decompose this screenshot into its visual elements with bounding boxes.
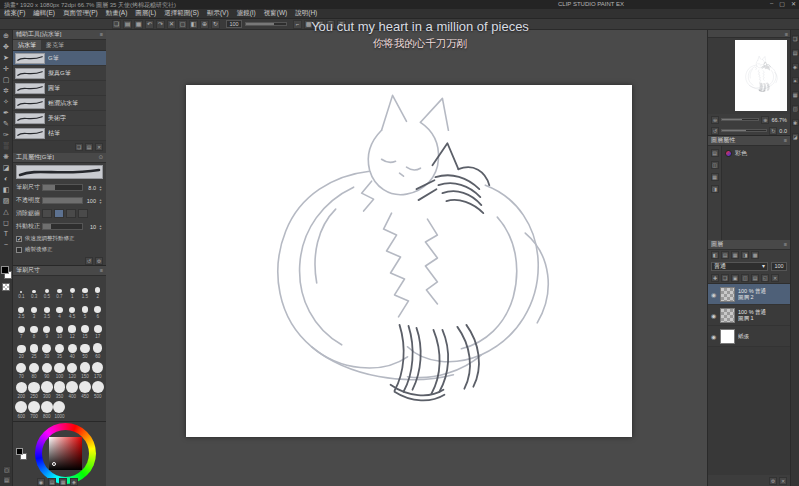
brush-size-cell[interactable]: 350 [53,379,66,399]
spinner-icon[interactable]: ▴▾ [98,185,103,191]
screen-mode-icon[interactable]: ▢ [3,466,11,474]
gradient-tool-icon[interactable]: ▨ [1,195,12,206]
move-view-tool-icon[interactable]: ✥ [1,41,12,52]
brush-size-cell[interactable]: 120 [66,359,79,379]
layer-row[interactable]: ◉ 100 % 普通 圖層 2 [708,284,790,305]
brush-size-cell[interactable]: 450 [79,379,92,399]
material-color-icon[interactable]: ▤ [792,49,799,56]
brush-size-cell[interactable]: 200 [15,379,28,399]
menu-item[interactable]: 視窗(W) [260,9,291,18]
brush-size-cell[interactable]: 1.5 [79,279,92,299]
open-file-icon[interactable]: ▤ [123,20,132,29]
close-icon[interactable]: ✕ [791,0,796,7]
brush-size-cell[interactable]: 170 [91,359,104,379]
rotate-slider[interactable] [721,129,767,132]
effect-expression-icon[interactable]: ◨ [711,185,719,193]
brush-size-cell[interactable]: 150 [79,359,92,379]
brush-tool-icon[interactable]: ✑ [1,129,12,140]
redo-icon[interactable]: ↷ [156,20,165,29]
antialias-none-icon[interactable] [42,209,52,218]
brush-size-cell[interactable]: 800 [40,399,53,419]
undo-icon[interactable]: ↶ [145,20,154,29]
selection-tool-icon[interactable]: ▢ [1,74,12,85]
brush-size-cell[interactable]: 3.5 [40,299,53,319]
delete-layer-icon[interactable]: ✕ [771,274,779,282]
brush-size-cell[interactable]: 7 [15,319,28,339]
color-set-icon[interactable]: ▦ [59,478,67,486]
layer-thumbnail[interactable] [720,329,735,344]
material-image-icon[interactable]: ▦ [792,91,799,98]
layer-visible-icon[interactable]: ◉ [710,291,717,298]
brush-size-cell[interactable]: 17 [91,319,104,339]
layer-thumbnail-icon[interactable]: ▦ [731,251,739,259]
menu-item[interactable]: 濾鏡(I) [233,9,260,18]
brush-size-panel-header[interactable]: 筆刷尺寸 ≡ [13,266,106,276]
layer-settings-icon[interactable]: ⚙ [769,477,777,485]
layer-thumbnail[interactable] [720,308,735,323]
panel-menu-icon[interactable]: ≡ [785,31,788,37]
zoom-slider[interactable] [721,118,759,121]
menu-item[interactable]: 編輯(E) [29,9,59,18]
brush-size-cell[interactable]: 10 [53,319,66,339]
brush-size-cell[interactable]: 3 [28,299,41,319]
brush-size-cell[interactable]: 500 [91,379,104,399]
expression-color-row[interactable]: 彩色 [722,146,790,161]
layer-property-header[interactable]: 圖層屬性 ≡ [708,136,790,146]
brush-size-cell[interactable]: 2 [91,279,104,299]
stabilization-slider[interactable] [42,223,83,230]
material-3d-icon[interactable]: ◫ [792,105,799,112]
menu-item[interactable]: 頁面管理(P) [59,9,102,18]
fill-icon[interactable]: ◧ [189,20,198,29]
opacity-value[interactable]: 100 [85,198,96,204]
brush-size-cell[interactable]: 4.5 [66,299,79,319]
effect-border-icon[interactable]: ▤ [711,149,719,157]
brush-size-cell[interactable]: 6 [91,299,104,319]
layer-opacity-value[interactable]: 100 [771,262,787,271]
layer-filter-icon[interactable]: ◧ [711,251,719,259]
delete-subtool-icon[interactable]: ✕ [95,143,103,151]
blend-mode-select[interactable]: 普通 ▾ [711,262,768,271]
post-correction-option[interactable]: 繪製後修正 [13,244,106,255]
layer-move-tool-icon[interactable]: ✛ [1,63,12,74]
rotate-view-icon[interactable]: ↻ [211,20,220,29]
brush-size-cell[interactable]: 0.7 [53,279,66,299]
material-manga-icon[interactable]: ✦ [792,77,799,84]
zoom-tool-icon[interactable]: ⊕ [1,30,12,41]
color-cursor-icon[interactable] [52,462,56,466]
brush-size-cell[interactable]: 9 [40,319,53,339]
brush-size-cell[interactable]: 40 [66,339,79,359]
color-slider-icon[interactable]: ▤ [48,478,56,486]
menu-item[interactable]: 動畫(A) [102,9,132,18]
switch-palette-icon[interactable]: ▤ [3,476,11,484]
layer-visible-icon[interactable]: ◉ [710,333,717,340]
duplicate-subtool-icon[interactable]: ❏ [75,143,83,151]
transparent-color-swatch[interactable] [2,283,10,291]
panel-menu-icon[interactable]: ≡ [784,240,787,249]
rotate-left-icon[interactable]: ↺ [711,127,719,135]
checkbox-icon[interactable] [16,236,22,242]
brush-size-cell[interactable]: 35 [53,339,66,359]
new-layer-icon[interactable]: ✚ [711,274,719,282]
subtool-tab[interactable]: 麥克筆 [41,40,69,50]
pin-icon[interactable]: ⊙ [98,153,103,162]
combine-layer-icon[interactable]: ◫ [741,274,749,282]
panel-menu-icon[interactable]: ≡ [100,30,103,39]
layer-row[interactable]: ◉ 100 % 普通 圖層 1 [708,305,790,326]
layer-palette-menu-icon[interactable]: ▩ [751,251,759,259]
opacity-slider[interactable] [42,197,83,204]
decoration-tool-icon[interactable]: ❋ [1,151,12,162]
auto-select-tool-icon[interactable]: ✲ [1,85,12,96]
brush-list-item[interactable]: 枯筆 [13,126,106,141]
menu-item[interactable]: 圖層(L) [131,9,160,18]
brush-size-value[interactable]: 8.0 [85,185,96,191]
brush-size-cell[interactable]: 0.5 [40,279,53,299]
checkbox-icon[interactable] [16,247,22,253]
antialias-strong-icon[interactable] [78,209,88,218]
hue-wheel[interactable] [35,423,96,484]
color-wheel-icon[interactable]: ◉ [37,478,45,486]
brush-size-cell[interactable]: 4 [53,299,66,319]
fill-tool-icon[interactable]: ◧ [1,184,12,195]
airbrush-tool-icon[interactable]: ░ [1,140,12,151]
brush-size-cell[interactable]: 25 [28,339,41,359]
brush-size-cell[interactable]: 400 [66,379,79,399]
